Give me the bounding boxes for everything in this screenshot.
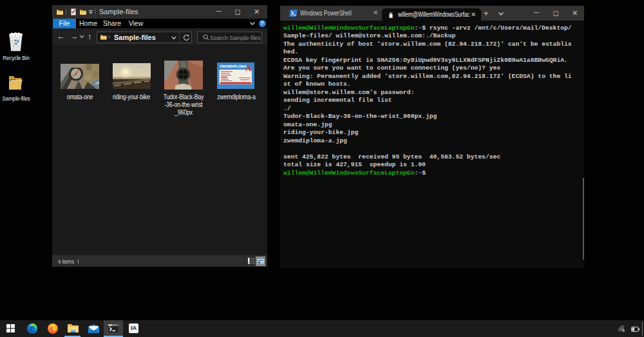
svg-text:A: A (245, 63, 252, 73)
svg-text:ZWEMDIPLOMA: ZWEMDIPLOMA (220, 64, 247, 68)
